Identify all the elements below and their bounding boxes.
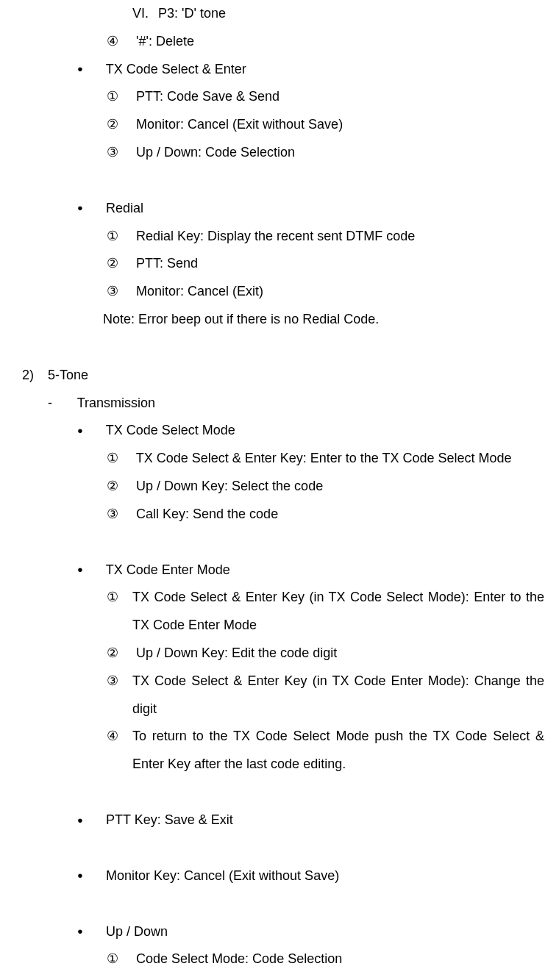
spacer	[15, 779, 544, 806]
marker: ②	[107, 111, 132, 139]
marker: ④	[107, 28, 132, 56]
list-item-circled: ② Up / Down Key: Select the code	[15, 473, 544, 501]
bullet-icon: ●	[77, 810, 102, 830]
text: PTT Key: Save & Exit	[106, 812, 233, 827]
spacer	[15, 529, 544, 557]
text: PTT: Code Save & Send	[136, 89, 280, 104]
text: Monitor: Cancel (Exit)	[136, 284, 263, 298]
spacer	[15, 890, 544, 918]
list-item-bullet: ● TX Code Select Mode	[15, 417, 544, 445]
marker: ①	[107, 83, 132, 111]
spacer	[15, 834, 544, 862]
bullet-icon: ●	[77, 921, 102, 941]
list-item-circled: ① PTT: Code Save & Send	[15, 83, 544, 111]
marker: ①	[107, 584, 132, 612]
marker: ①	[107, 945, 132, 973]
text: Up / Down: Code Selection	[136, 145, 295, 160]
marker: 2)	[22, 362, 44, 390]
text: Redial Key: Display the recent sent DTMF…	[136, 229, 415, 243]
text: 5-Tone	[48, 368, 88, 382]
marker: ②	[107, 473, 132, 501]
text: PTT: Send	[136, 256, 198, 271]
list-item-bullet: ● Up / Down	[15, 918, 544, 946]
text: '#': Delete	[136, 34, 194, 49]
text: Transmission	[77, 396, 155, 410]
list-item-circled: ④ '#': Delete	[15, 28, 544, 56]
marker: VI.	[132, 0, 154, 28]
list-item-circled: ③ Monitor: Cancel (Exit)	[15, 278, 544, 306]
marker: ①	[107, 445, 132, 473]
list-item-circled: ③ Up / Down: Code Selection	[15, 139, 544, 167]
text: Redial	[106, 201, 143, 215]
bullet-icon: ●	[77, 59, 102, 79]
text: Code Select Mode: Code Selection	[136, 951, 342, 966]
text: TX Code Enter Mode	[106, 562, 230, 577]
text: Call Key: Send the code	[136, 507, 278, 521]
marker: ②	[107, 973, 132, 980]
bullet-icon: ●	[77, 865, 102, 885]
list-item-roman: VI. P3: 'D' tone	[15, 0, 544, 28]
spacer	[15, 167, 544, 195]
text: P3: 'D' tone	[158, 6, 226, 21]
text: TX Code Select Mode	[106, 423, 235, 437]
text: TX Code Select & Enter Key (in TX Code E…	[132, 668, 544, 723]
text: Note: Error beep out if there is no Redi…	[103, 312, 379, 326]
list-item-circled: ② Code Enter Mode: Digit Code Edit (0 ~ …	[15, 973, 544, 980]
list-item-bullet: ● PTT Key: Save & Exit	[15, 806, 544, 834]
marker: ③	[107, 668, 132, 695]
text: Up / Down Key: Select the code	[136, 479, 323, 493]
list-item-bullet: ● TX Code Select & Enter	[15, 56, 544, 84]
marker: ②	[107, 250, 132, 278]
marker: -	[48, 390, 74, 418]
marker: ④	[107, 723, 132, 751]
list-item-circled: ① Code Select Mode: Code Selection	[15, 945, 544, 973]
marker: ③	[107, 139, 132, 167]
list-item-circled: ② Up / Down Key: Edit the code digit	[15, 640, 544, 668]
list-item-circled: ① TX Code Select & Enter Key: Enter to t…	[15, 445, 544, 473]
list-item-numbered: 2) 5-Tone	[15, 362, 544, 390]
list-item-circled: ① TX Code Select & Enter Key (in TX Code…	[15, 584, 544, 640]
text: TX Code Select & Enter	[106, 62, 246, 76]
list-item-dash: - Transmission	[15, 390, 544, 418]
marker: ③	[107, 501, 132, 529]
text: Up / Down Key: Edit the code digit	[136, 645, 337, 660]
spacer	[15, 334, 544, 362]
marker: ②	[107, 640, 132, 668]
list-item-circled: ③ TX Code Select & Enter Key (in TX Code…	[15, 668, 544, 723]
text: TX Code Select & Enter Key (in TX Code S…	[132, 584, 544, 640]
marker: ③	[107, 278, 132, 306]
text: Up / Down	[106, 924, 168, 939]
list-item-circled: ② PTT: Send	[15, 250, 544, 278]
bullet-icon: ●	[77, 559, 102, 579]
list-item-bullet: ● Redial	[15, 195, 544, 223]
list-item-bullet: ● TX Code Enter Mode	[15, 557, 544, 584]
text: To return to the TX Code Select Mode pus…	[132, 723, 544, 779]
marker: ①	[107, 223, 132, 251]
list-item-circled: ③ Call Key: Send the code	[15, 501, 544, 529]
note-text: Note: Error beep out if there is no Redi…	[15, 306, 544, 334]
list-item-circled: ④ To return to the TX Code Select Mode p…	[15, 723, 544, 779]
list-item-circled: ② Monitor: Cancel (Exit without Save)	[15, 111, 544, 139]
bullet-icon: ●	[77, 198, 102, 218]
text: Monitor Key: Cancel (Exit without Save)	[106, 868, 339, 883]
text: TX Code Select & Enter Key: Enter to the…	[136, 451, 512, 465]
list-item-bullet: ● Monitor Key: Cancel (Exit without Save…	[15, 862, 544, 890]
text: Monitor: Cancel (Exit without Save)	[136, 117, 343, 132]
bullet-icon: ●	[77, 421, 102, 440]
list-item-circled: ① Redial Key: Display the recent sent DT…	[15, 223, 544, 251]
